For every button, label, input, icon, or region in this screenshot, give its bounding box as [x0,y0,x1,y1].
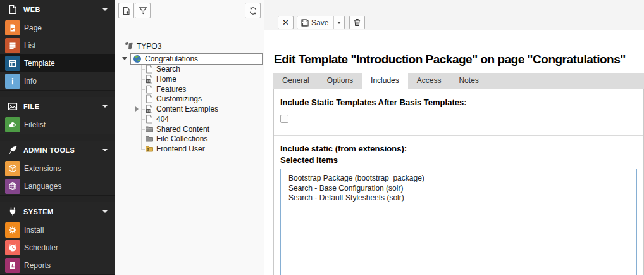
page-tree-toolbar [115,0,264,32]
install-module-icon [5,222,20,238]
tab-bar: General Options Includes Access Notes [273,73,644,89]
tree-node-label: Content Examples [156,105,218,113]
expand-toggle-icon[interactable] [135,106,139,112]
include-after-basis-label: Include Static Templates After Basis Tem… [280,98,637,107]
sidebar-item-languages[interactable]: Languages [0,177,115,195]
folder-user-icon [145,144,154,153]
tree-node-label: Features [156,85,186,94]
sidebar-section-web[interactable]: WEB [0,0,115,19]
tree-node-congratulations[interactable]: Congratulations [115,53,264,65]
chevron-down-icon [337,22,341,24]
sidebar-item-template[interactable]: Template [0,54,115,72]
chevron-down-icon [102,210,108,213]
tab-options[interactable]: Options [318,73,362,89]
sidebar-item-label: Template [24,59,55,68]
rocket-outline-icon [8,145,18,155]
sidebar-item-install[interactable]: Install [0,221,115,239]
sidebar-item-label: Languages [24,182,61,191]
sidebar-item-label: Scheduler [24,243,58,252]
close-icon: ✕ [282,18,289,27]
tree-node-label: Home [156,75,176,84]
list-item[interactable]: Search - Base Configuration (solr) [281,184,636,194]
tree-node-frontend-user[interactable]: Frontend User [115,144,264,154]
filelist-module-icon [5,117,20,132]
scheduler-module-icon [5,240,20,255]
list-item[interactable]: Bootstrap Package (bootstrap_package) [281,174,636,184]
sidebar-divider [0,90,115,97]
sidebar-section-admin-tools[interactable]: ADMIN TOOLS [0,141,115,160]
typo3-backend: { "sidebar": { "sections": [ { "label": … [0,0,644,275]
list-module-icon [5,38,20,53]
selected-items-listbox[interactable]: Bootstrap Package (bootstrap_package) Se… [280,169,637,275]
sidebar-item-info[interactable]: Info [0,72,115,90]
typo3-logo-icon [125,42,133,51]
tab-access[interactable]: Access [408,73,450,89]
page-shortcut-icon [145,105,154,113]
extensions-module-icon [5,161,20,176]
sidebar-item-label: Install [24,226,44,234]
tab-includes[interactable]: Includes [362,73,408,89]
sidebar-divider [0,195,115,202]
content-area: ✕ Save Edit Template "Introduction Packa… [264,0,644,275]
sidebar-section-system[interactable]: SYSTEM [0,202,115,221]
doc-header-buttons: ✕ Save [278,16,365,29]
save-dropdown-button[interactable] [333,16,345,29]
sidebar-item-page[interactable]: Page [0,19,115,37]
tree-node-customizings[interactable]: Customizings [115,94,264,104]
collapse-toggle-icon[interactable] [122,57,127,60]
tree-node-home[interactable]: Home [115,74,264,84]
filter-icon [139,6,147,15]
sidebar-section-file[interactable]: FILE [0,97,115,116]
doc-header: ✕ Save [264,0,644,30]
tree-node-label: Frontend User [156,144,205,153]
document-outline-icon [8,4,18,15]
page-module-icon [5,20,20,35]
sidebar-item-reports[interactable]: Reports [0,257,115,274]
chevron-down-icon [102,8,108,11]
tree-root-label: TYPO3 [137,42,161,51]
folder-icon [145,125,154,134]
sidebar-item-filelist[interactable]: Filelist [0,116,115,134]
includes-tab-panel: Include Static Templates After Basis Tem… [273,89,644,275]
image-outline-icon [8,101,18,112]
include-after-basis-checkbox[interactable] [280,115,288,123]
globe-icon [133,54,142,63]
sidebar-section-label: WEB [23,6,40,13]
floppy-icon [301,19,309,27]
tree-node-content-examples[interactable]: Content Examples [115,104,264,114]
new-page-button[interactable] [118,3,134,18]
tree-node-shared-content[interactable]: Shared Content [115,124,264,134]
folder-icon [145,134,154,143]
trash-icon [353,18,361,27]
close-button[interactable]: ✕ [278,16,294,29]
sidebar-item-extensions[interactable]: Extensions [0,160,115,177]
sidebar-section-label: FILE [23,103,39,110]
sidebar-section-label: SYSTEM [23,208,54,215]
page-blank-icon [145,115,154,124]
sidebar-item-scheduler[interactable]: Scheduler [0,239,115,257]
tree-node-search[interactable]: Search [115,64,264,74]
filter-button[interactable] [135,3,151,18]
sidebar-item-list[interactable]: List [0,37,115,54]
selected-items-label: Selected Items [280,155,637,165]
chevron-down-icon [102,149,108,151]
page-blank-icon [145,85,154,94]
save-button-label: Save [311,18,328,27]
list-item[interactable]: Search - Default Stylesheets (solr) [281,193,636,203]
include-static-section: Include static (from extensions): Select… [274,136,643,275]
tree-node-404[interactable]: 404 [115,114,264,124]
sidebar-item-label: Reports [24,261,51,270]
delete-button[interactable] [349,16,365,29]
tab-general[interactable]: General [273,73,318,89]
static-after-basis-section: Include Static Templates After Basis Tem… [274,89,643,136]
chevron-down-icon [102,105,108,108]
tree-root-typo3[interactable]: TYPO3 [115,41,264,51]
page-blank-icon [145,65,154,74]
reports-module-icon [5,258,20,273]
tab-notes[interactable]: Notes [450,73,487,89]
sidebar-item-label: Extensions [24,164,61,173]
tree-node-features[interactable]: Features [115,84,264,94]
refresh-button[interactable] [245,3,261,18]
tree-node-file-collections[interactable]: File Collections [115,134,264,144]
save-button[interactable]: Save [297,16,334,29]
